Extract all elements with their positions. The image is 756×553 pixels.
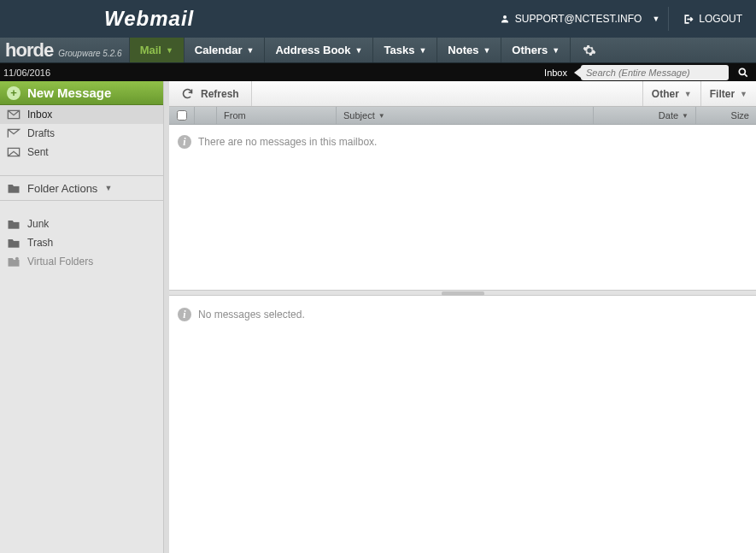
nav-addressbook[interactable]: Address Book ▼ [264, 38, 372, 62]
column-from[interactable]: From [217, 107, 337, 124]
inbox-icon [7, 109, 21, 121]
nav-label: Calendar [195, 44, 243, 56]
logout-label: LOGOUT [699, 13, 742, 25]
sidebar-item-label: Sent [27, 146, 49, 158]
info-icon: i [178, 135, 191, 149]
folder-icon [7, 218, 21, 230]
arrow-left-icon [574, 68, 581, 78]
sent-icon [7, 146, 21, 158]
user-icon [500, 14, 510, 24]
caret-down-icon: ▼ [246, 46, 254, 55]
folder-actions-group: Folder Actions ▼ [0, 175, 163, 201]
compose-label: New Message [27, 85, 111, 100]
search-button[interactable] [734, 63, 753, 82]
column-label: Date [659, 110, 678, 121]
column-subject[interactable]: Subject ▼ [337, 107, 594, 124]
column-flag[interactable] [195, 107, 217, 124]
nav-others[interactable]: Others ▼ [501, 38, 570, 62]
caret-down-icon: ▼ [652, 15, 659, 23]
main-area: + New Message Inbox Drafts Sent [0, 81, 756, 553]
folder-actions-label: Folder Actions [27, 182, 97, 195]
filter-label: Filter [710, 88, 735, 100]
sidebar-mailbox-sent[interactable]: Sent [0, 143, 163, 162]
horde-logo[interactable]: horde Groupware 5.2.6 [0, 38, 129, 62]
sidebar-mailbox-inbox[interactable]: Inbox [0, 105, 163, 124]
caret-down-icon: ▼ [483, 46, 490, 55]
other-label: Other [652, 88, 679, 100]
caret-down-icon: ▼ [419, 46, 426, 55]
nav-label: Address Book [275, 44, 350, 56]
other-menu[interactable]: Other ▼ [642, 81, 700, 106]
svg-point-0 [503, 15, 507, 19]
info-icon: i [178, 308, 191, 321]
no-selection-text: No messages selected. [198, 309, 305, 321]
column-label: Size [731, 110, 749, 121]
list-toolbar: Refresh Other ▼ Filter ▼ [169, 81, 756, 107]
sidebar-item-label: Drafts [27, 127, 55, 139]
logout-icon [683, 14, 694, 25]
sidebar-virtual-folders[interactable]: Virtual Folders [0, 252, 163, 271]
sort-desc-icon: ▼ [682, 112, 689, 120]
refresh-label: Refresh [201, 88, 239, 100]
no-selection-notice: i No messages selected. [169, 296, 756, 333]
sidebar-mailbox-junk[interactable]: Junk [0, 215, 163, 233]
compose-button[interactable]: + New Message [0, 81, 163, 105]
nav-notes[interactable]: Notes ▼ [437, 38, 501, 62]
preview-pane: i No messages selected. [169, 296, 756, 553]
horde-navbar: horde Groupware 5.2.6 Mail ▼ Calendar ▼ … [0, 38, 756, 63]
logout-button[interactable]: LOGOUT [669, 13, 756, 25]
horizontal-splitter[interactable] [169, 290, 756, 296]
refresh-button[interactable]: Refresh [169, 81, 252, 106]
gear-icon [583, 44, 596, 57]
account-email: SUPPORT@NCTEST.INFO [515, 13, 642, 25]
webmail-topbar: Webmail SUPPORT@NCTEST.INFO ▼ LOGOUT [0, 0, 756, 38]
content-area: Refresh Other ▼ Filter ▼ From [169, 81, 756, 553]
column-header-row: From Subject ▼ Date ▼ Size [169, 107, 756, 125]
sidebar-mailbox-trash[interactable]: Trash [0, 233, 163, 252]
current-date: 11/06/2016 [0, 68, 50, 78]
message-list-body: i There are no messages in this mailbox. [169, 125, 756, 290]
sidebar-item-label: Virtual Folders [27, 256, 93, 268]
account-menu[interactable]: SUPPORT@NCTEST.INFO ▼ [491, 13, 669, 25]
horde-version: Groupware 5.2.6 [58, 49, 122, 58]
caret-down-icon: ▼ [166, 46, 173, 55]
folder-icon [7, 237, 21, 249]
horde-wordmark: horde [5, 38, 53, 63]
caret-down-icon: ▼ [740, 90, 747, 98]
nav-tasks[interactable]: Tasks ▼ [372, 38, 437, 62]
svg-point-1 [739, 68, 745, 74]
nav-label: Mail [140, 44, 161, 56]
caret-down-icon: ▼ [355, 46, 363, 55]
folder-icon [7, 182, 21, 194]
plus-icon: + [7, 86, 21, 100]
select-all-checkbox[interactable] [169, 107, 195, 124]
column-date[interactable]: Date ▼ [594, 107, 696, 124]
sidebar-item-label: Inbox [27, 109, 52, 121]
caret-down-icon: ▼ [104, 184, 112, 192]
context-mailbox-link[interactable]: Inbox [539, 68, 572, 78]
empty-mailbox-text: There are no messages in this mailbox. [198, 136, 377, 148]
nav-label: Others [512, 44, 548, 56]
filter-menu[interactable]: Filter ▼ [700, 81, 756, 106]
folder-actions-menu[interactable]: Folder Actions ▼ [0, 176, 163, 200]
sidebar-mailbox-drafts[interactable]: Drafts [0, 124, 163, 143]
nav-mail[interactable]: Mail ▼ [129, 38, 184, 62]
column-size[interactable]: Size [696, 107, 756, 124]
column-label: From [224, 110, 246, 121]
nav-calendar[interactable]: Calendar ▼ [184, 38, 265, 62]
svg-line-2 [745, 74, 747, 76]
drafts-icon [7, 127, 21, 139]
search-input[interactable] [581, 65, 729, 80]
nav-settings[interactable] [570, 38, 608, 62]
sidebar-item-label: Junk [27, 218, 49, 230]
status-bar: 11/06/2016 Inbox [0, 63, 756, 81]
caret-down-icon: ▼ [684, 90, 692, 98]
empty-mailbox-notice: i There are no messages in this mailbox. [169, 125, 756, 159]
column-label: Subject [343, 110, 375, 121]
nav-label: Tasks [384, 44, 414, 56]
nav-label: Notes [448, 44, 478, 56]
svg-point-3 [15, 256, 19, 260]
sort-desc-icon: ▼ [378, 112, 385, 120]
virtual-folder-icon [7, 256, 21, 268]
refresh-icon [181, 87, 194, 100]
